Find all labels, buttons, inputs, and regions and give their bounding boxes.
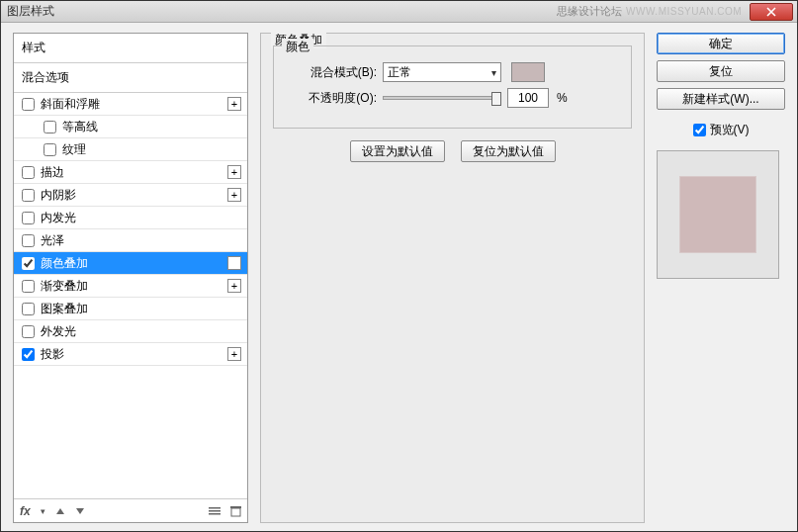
- style-checkbox[interactable]: [22, 189, 35, 202]
- move-up-icon[interactable]: [55, 506, 65, 516]
- svg-rect-2: [209, 513, 221, 515]
- titlebar: 图层样式 思缘设计论坛 WWW.MISSYUAN.COM: [1, 1, 797, 23]
- style-label: 等高线: [62, 119, 241, 135]
- styles-panel: 样式 混合选项 斜面和浮雕+等高线纹理描边+内阴影+内发光光泽颜色叠加+渐变叠加…: [13, 33, 248, 523]
- chevron-down-icon: ▾: [491, 67, 496, 78]
- style-row[interactable]: 光泽: [14, 229, 247, 252]
- preview-label: 预览(V): [710, 122, 750, 138]
- style-row[interactable]: 斜面和浮雕+: [14, 93, 247, 116]
- preview-box: [657, 150, 779, 279]
- fx-icon[interactable]: fx: [20, 504, 31, 518]
- style-label: 图案叠加: [41, 301, 241, 317]
- style-row[interactable]: 等高线: [14, 116, 247, 138]
- svg-rect-0: [209, 507, 221, 509]
- style-checkbox[interactable]: [22, 234, 35, 247]
- preview-swatch: [679, 176, 756, 253]
- close-icon: [766, 7, 776, 17]
- add-effect-icon[interactable]: +: [227, 188, 241, 202]
- set-default-button[interactable]: 设置为默认值: [350, 140, 445, 162]
- blend-mode-value: 正常: [388, 64, 411, 81]
- color-swatch[interactable]: [511, 62, 545, 82]
- style-checkbox[interactable]: [22, 303, 35, 315]
- add-effect-icon[interactable]: +: [227, 256, 241, 270]
- style-row[interactable]: 外发光: [14, 320, 247, 343]
- opacity-label: 不透明度(O):: [286, 90, 377, 107]
- window-title: 图层样式: [7, 3, 54, 20]
- styles-list: 斜面和浮雕+等高线纹理描边+内阴影+内发光光泽颜色叠加+渐变叠加+图案叠加外发光…: [14, 93, 247, 498]
- layer-style-dialog: 图层样式 思缘设计论坛 WWW.MISSYUAN.COM 样式 混合选项 斜面和…: [0, 0, 798, 532]
- style-label: 描边: [41, 164, 227, 181]
- color-fieldset: 颜色 混合模式(B): 正常 ▾ 不透明度(O): %: [273, 45, 632, 129]
- style-label: 外发光: [41, 323, 241, 340]
- add-effect-icon[interactable]: +: [227, 97, 241, 111]
- settings-panel: 颜色叠加 颜色 混合模式(B): 正常 ▾ 不透明度(O):: [260, 33, 645, 523]
- dialog-body: 样式 混合选项 斜面和浮雕+等高线纹理描边+内阴影+内发光光泽颜色叠加+渐变叠加…: [1, 23, 797, 531]
- style-row[interactable]: 渐变叠加+: [14, 275, 247, 298]
- blend-mode-label: 混合模式(B):: [286, 64, 377, 81]
- reset-default-button[interactable]: 复位为默认值: [461, 140, 556, 162]
- add-effect-icon[interactable]: +: [227, 279, 241, 293]
- delete-icon[interactable]: [230, 505, 241, 517]
- move-down-icon[interactable]: [75, 506, 85, 516]
- cancel-button[interactable]: 复位: [657, 60, 785, 82]
- opacity-row: 不透明度(O): %: [286, 88, 619, 108]
- style-row[interactable]: 内阴影+: [14, 184, 247, 207]
- blend-options-header[interactable]: 混合选项: [14, 63, 247, 93]
- style-checkbox[interactable]: [44, 121, 56, 133]
- preview-toggle-row: 预览(V): [657, 122, 785, 138]
- style-label: 内阴影: [41, 187, 227, 204]
- brand-text: 思缘设计论坛: [557, 4, 622, 19]
- preview-checkbox[interactable]: [693, 124, 706, 136]
- style-checkbox[interactable]: [22, 280, 35, 293]
- blend-mode-row: 混合模式(B): 正常 ▾: [286, 62, 619, 82]
- style-checkbox[interactable]: [44, 143, 56, 156]
- style-checkbox[interactable]: [22, 212, 35, 224]
- style-checkbox[interactable]: [22, 325, 35, 338]
- style-label: 光泽: [41, 232, 241, 249]
- opacity-input[interactable]: [507, 88, 549, 108]
- style-checkbox[interactable]: [22, 166, 35, 179]
- actions-panel: 确定 复位 新建样式(W)... 预览(V): [657, 33, 785, 523]
- styles-footer: fx ▾: [14, 498, 247, 522]
- default-buttons-row: 设置为默认值 复位为默认值: [273, 140, 632, 162]
- opacity-unit: %: [557, 91, 568, 105]
- new-style-button[interactable]: 新建样式(W)...: [657, 88, 785, 110]
- add-effect-icon[interactable]: +: [227, 165, 241, 179]
- style-label: 投影: [41, 346, 227, 363]
- style-checkbox[interactable]: [22, 257, 35, 270]
- style-checkbox[interactable]: [22, 348, 35, 361]
- style-checkbox[interactable]: [22, 98, 35, 111]
- brand-url: WWW.MISSYUAN.COM: [626, 6, 742, 17]
- blend-mode-select[interactable]: 正常 ▾: [383, 62, 501, 82]
- style-label: 斜面和浮雕: [41, 96, 227, 113]
- ok-button[interactable]: 确定: [657, 33, 785, 54]
- style-label: 颜色叠加: [41, 255, 227, 272]
- color-legend: 颜色: [282, 39, 313, 55]
- styles-header: 样式: [14, 34, 247, 63]
- style-row[interactable]: 图案叠加: [14, 298, 247, 320]
- svg-rect-3: [231, 508, 240, 516]
- style-row[interactable]: 颜色叠加+: [14, 252, 247, 275]
- style-label: 渐变叠加: [41, 278, 227, 295]
- style-label: 内发光: [41, 210, 241, 226]
- fx-chevron-icon: ▾: [41, 506, 45, 516]
- slider-thumb[interactable]: [491, 92, 501, 106]
- svg-rect-1: [209, 510, 221, 512]
- style-row[interactable]: 纹理: [14, 138, 247, 161]
- style-row[interactable]: 投影+: [14, 343, 247, 366]
- close-button[interactable]: [750, 3, 793, 21]
- style-row[interactable]: 内发光: [14, 207, 247, 229]
- style-row[interactable]: 描边+: [14, 161, 247, 184]
- footer-menu-icon[interactable]: [209, 506, 221, 516]
- svg-rect-4: [230, 506, 241, 508]
- style-label: 纹理: [62, 141, 241, 158]
- add-effect-icon[interactable]: +: [227, 347, 241, 361]
- opacity-slider[interactable]: [383, 89, 501, 107]
